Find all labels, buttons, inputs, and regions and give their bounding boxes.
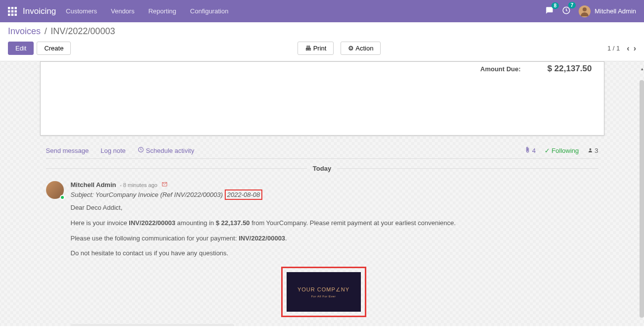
apps-menu-icon[interactable] [8, 7, 17, 16]
date-separator: Today [46, 165, 598, 172]
send-message-button[interactable]: Send message [46, 147, 89, 154]
attachments-button[interactable]: 4 [524, 146, 536, 154]
nav-menu: Customers Vendors Reporting Configuratio… [66, 7, 228, 15]
print-button[interactable]: 🖶 Print [297, 42, 334, 55]
svg-rect-0 [8, 7, 10, 9]
brand-title[interactable]: Invoicing [23, 6, 56, 16]
paperclip-icon [524, 146, 531, 154]
create-button[interactable]: Create [37, 42, 71, 55]
message-line4: Do not hesitate to contact us if you hav… [71, 248, 598, 259]
scroll-up-icon[interactable]: ▴ [641, 66, 644, 71]
content-area[interactable]: Amount Due: $ 22,137.50 Send message Log… [0, 61, 644, 326]
svg-rect-1 [11, 7, 14, 9]
followers-button[interactable]: 3 [588, 147, 598, 154]
breadcrumb: Invoices / INV/2022/00003 [8, 26, 636, 37]
chatter-topbar: Send message Log note Schedule activity … [46, 142, 598, 159]
pager: 1 / 1 ‹ › [607, 44, 636, 53]
breadcrumb-current: INV/2022/00003 [50, 26, 115, 36]
nav-right: 8 7 Mitchell Admin [545, 5, 636, 17]
amount-due-label: Amount Due: [480, 65, 521, 73]
action-button[interactable]: ⚙ Action [341, 42, 381, 55]
activities-badge: 7 [568, 2, 576, 8]
log-note-button[interactable]: Log note [100, 147, 126, 154]
message: Mitchell Admin - 8 minutes ago Subject: … [46, 175, 598, 326]
pager-value[interactable]: 1 / 1 [607, 45, 620, 52]
attachment-card[interactable]: 人 Invoice_INV_2022_00003_2022_08_08.pdf … [71, 324, 234, 326]
svg-rect-7 [11, 13, 14, 16]
amount-due-value: $ 22,137.50 [543, 64, 592, 74]
check-icon: ✓ [545, 147, 550, 154]
user-avatar-icon [579, 5, 591, 17]
nav-reporting[interactable]: Reporting [149, 7, 176, 15]
presence-online-icon [60, 195, 65, 200]
message-line3: Please use the following communication f… [71, 234, 598, 244]
svg-rect-3 [8, 10, 10, 12]
svg-rect-6 [8, 13, 10, 16]
subject-date-highlight: 2022-08-08 [225, 189, 263, 200]
schedule-activity-button[interactable]: Schedule activity [138, 146, 195, 154]
company-logo[interactable]: YOUR COMP∠NY For All For Ever [287, 272, 361, 312]
following-button[interactable]: ✓ Following [545, 147, 579, 154]
breadcrumb-root[interactable]: Invoices [8, 26, 41, 36]
svg-point-10 [583, 7, 587, 11]
svg-rect-8 [15, 13, 17, 16]
controls-row: Edit Create 🖶 Print ⚙ Action 1 / 1 ‹ › [8, 42, 636, 55]
gear-icon: ⚙ [348, 45, 354, 52]
nav-vendors[interactable]: Vendors [111, 7, 135, 15]
messaging-badge: 8 [551, 2, 559, 9]
svg-point-12 [590, 148, 592, 150]
top-nav: Invoicing Customers Vendors Reporting Co… [0, 0, 644, 22]
message-subject: Subject: YourCompany Invoice (Ref INV/20… [71, 189, 598, 200]
svg-rect-2 [15, 7, 17, 9]
clock-icon [138, 146, 144, 154]
activities-icon[interactable]: 7 [562, 6, 571, 16]
pager-prev-icon[interactable]: ‹ [627, 44, 629, 53]
form-sheet: Amount Due: $ 22,137.50 [40, 61, 604, 136]
message-line2: Here is your invoice INV/2022/00003 amou… [71, 218, 598, 229]
chatter: Send message Log note Schedule activity … [46, 142, 598, 326]
message-time: - 8 minutes ago [120, 182, 157, 188]
pager-next-icon[interactable]: › [634, 44, 636, 53]
message-author[interactable]: Mitchell Admin [71, 181, 116, 189]
nav-customers[interactable]: Customers [66, 7, 97, 15]
svg-rect-4 [11, 10, 14, 12]
messaging-icon[interactable]: 8 [545, 6, 554, 16]
user-menu[interactable]: Mitchell Admin [579, 5, 636, 17]
breadcrumb-separator: / [45, 26, 47, 36]
nav-configuration[interactable]: Configuration [190, 7, 228, 15]
print-icon: 🖶 [305, 45, 311, 52]
user-icon [588, 147, 593, 154]
edit-button[interactable]: Edit [8, 42, 34, 55]
svg-rect-5 [15, 10, 17, 12]
envelope-icon[interactable] [161, 181, 168, 189]
user-name: Mitchell Admin [594, 7, 636, 15]
message-greeting: Dear Deco Addict, [71, 203, 598, 213]
logo-highlight: YOUR COMP∠NY For All For Ever [281, 267, 366, 317]
control-panel: Invoices / INV/2022/00003 Edit Create 🖶 … [0, 22, 644, 61]
nav-brand[interactable]: Invoicing [8, 6, 56, 16]
message-avatar[interactable] [46, 181, 64, 199]
